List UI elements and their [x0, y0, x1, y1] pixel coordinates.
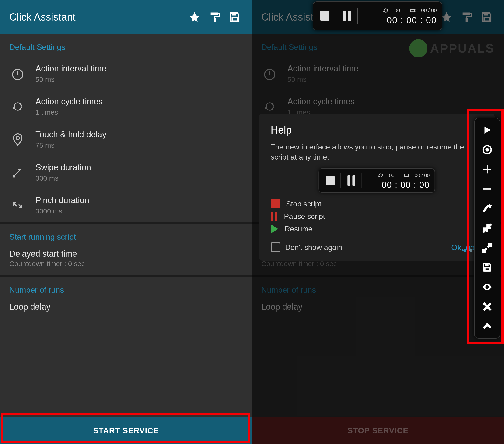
save-icon[interactable]	[479, 9, 495, 25]
app-header: Click Assistant	[0, 0, 252, 34]
loop-small-icon	[383, 8, 390, 13]
setting-interval[interactable]: Action interval time 50 ms	[0, 57, 252, 90]
svg-rect-9	[466, 18, 468, 22]
save-icon[interactable]	[227, 9, 243, 25]
checkbox-icon	[271, 242, 280, 252]
paint-roller-icon[interactable]	[207, 9, 223, 25]
record-icon[interactable]	[480, 143, 494, 156]
minus-icon[interactable]	[480, 182, 494, 196]
delayed-start-label[interactable]: Delayed start time	[0, 247, 252, 260]
setting-interval[interactable]: Action interval time 50 ms	[252, 57, 504, 90]
setting-value: 50 ms	[288, 76, 359, 83]
floating-side-toolbar[interactable]	[474, 118, 500, 339]
loop-icon	[261, 98, 278, 115]
svg-rect-19	[404, 174, 409, 177]
svg-rect-23	[485, 264, 488, 266]
location-pin-icon	[9, 131, 26, 148]
paint-roller-icon[interactable]	[459, 9, 475, 25]
dont-show-label: Don't show again	[285, 243, 342, 252]
delayed-start-sub: Countdown timer : 0 sec	[252, 260, 504, 275]
floating-control-widget[interactable]: 00 00 / 00 00 : 00 : 00	[313, 1, 442, 30]
legend-pause: Pause script	[271, 212, 483, 221]
divider	[252, 275, 504, 277]
loop-icon	[9, 98, 26, 115]
stop-square-icon	[271, 199, 280, 208]
pinch-icon	[9, 197, 26, 214]
star-icon[interactable]	[187, 9, 202, 25]
expand-icon[interactable]	[480, 241, 494, 255]
setting-swipe[interactable]: Swipe duration 300 ms	[0, 156, 252, 189]
screen-left: Click Assistant Default Settings Action …	[0, 0, 252, 444]
stopwatch-icon	[261, 65, 278, 82]
chevron-up-icon[interactable]	[480, 320, 494, 333]
setting-label: Swipe duration	[36, 163, 91, 172]
play-icon[interactable]	[480, 123, 494, 137]
stopwatch-icon	[9, 65, 26, 82]
legend-resume-label: Resume	[285, 225, 312, 233]
svg-point-14	[272, 70, 273, 72]
setting-label: Touch & hold delay	[36, 130, 107, 139]
svg-point-5	[20, 70, 21, 72]
widget-progress: 00 / 00	[421, 7, 437, 14]
svg-rect-22	[483, 189, 491, 190]
watermark: APPUALS	[409, 39, 495, 58]
svg-rect-10	[484, 13, 488, 16]
widget-pause-button[interactable]	[340, 9, 353, 22]
play-triangle-icon	[271, 224, 278, 233]
setting-value: 3000 ms	[36, 207, 89, 215]
legend-stop-label: Stop script	[286, 200, 321, 208]
svg-rect-24	[485, 268, 489, 271]
widget-illustration: 00 00 / 00 00 : 00 : 00	[319, 168, 435, 193]
svg-point-6	[16, 136, 19, 140]
widget-stop-button[interactable]	[318, 9, 331, 22]
setting-label: Action interval time	[36, 64, 107, 74]
start-service-button[interactable]: START SERVICE	[0, 417, 252, 444]
loop-delay-label[interactable]: Loop delay	[252, 300, 504, 313]
setting-label: Action cycle times	[288, 97, 355, 107]
svg-line-8	[15, 169, 21, 175]
curve-swipe-icon[interactable]	[480, 202, 494, 215]
setting-label: Pinch duration	[36, 195, 89, 205]
dont-show-again-checkbox[interactable]: Don't show again	[271, 242, 342, 252]
setting-cycle[interactable]: Action cycle times 1 times	[0, 90, 252, 123]
section-start-running: Start running script	[0, 224, 252, 247]
separator	[358, 8, 358, 24]
setting-label: Action cycle times	[36, 97, 103, 107]
stop-service-button[interactable]: STOP SERVICE	[252, 417, 504, 444]
section-default-settings: Default Settings	[0, 34, 252, 57]
setting-label: Action interval time	[288, 64, 359, 74]
start-service-label: START SERVICE	[93, 426, 159, 435]
help-body: The new interface allows you to stop, pa…	[271, 142, 483, 162]
svg-rect-2	[232, 18, 237, 21]
setting-hold[interactable]: Touch & hold delay 75 ms	[0, 123, 252, 156]
progress-small-icon	[410, 8, 416, 13]
setting-pinch[interactable]: Pinch duration 3000 ms	[0, 189, 252, 222]
svg-rect-18	[411, 9, 415, 12]
setting-value: 1 times	[36, 108, 103, 116]
divider	[0, 222, 252, 224]
delayed-start-sub: Countdown timer : 0 sec	[0, 260, 252, 275]
save-toolbar-icon[interactable]	[480, 261, 494, 274]
eye-icon[interactable]	[480, 280, 494, 294]
help-dialog: Help The new interface allows you to sto…	[259, 114, 495, 261]
screen-right: Click Assistant Default Settings Action …	[252, 0, 504, 444]
section-number-of-runs: Number of runs	[0, 277, 252, 300]
setting-value: 300 ms	[36, 174, 91, 182]
svg-point-21	[485, 148, 489, 151]
svg-rect-1	[232, 13, 236, 16]
app-title: Click Assistant	[9, 11, 182, 23]
setting-value: 50 ms	[36, 76, 107, 83]
widget-timer: 00 : 00 : 00	[387, 15, 437, 25]
legend-stop: Stop script	[271, 199, 483, 208]
watermark-text: APPUALS	[430, 41, 495, 55]
plus-icon[interactable]	[480, 163, 494, 176]
loop-delay-label[interactable]: Loop delay	[0, 300, 252, 313]
pause-bars-icon	[271, 212, 277, 221]
legend-pause-label: Pause script	[284, 212, 325, 221]
help-title: Help	[271, 124, 483, 136]
separator	[336, 8, 336, 24]
collapse-icon[interactable]	[480, 221, 494, 235]
stop-service-label: STOP SERVICE	[347, 426, 408, 435]
close-icon[interactable]	[480, 300, 494, 313]
avatar-icon	[409, 39, 428, 58]
